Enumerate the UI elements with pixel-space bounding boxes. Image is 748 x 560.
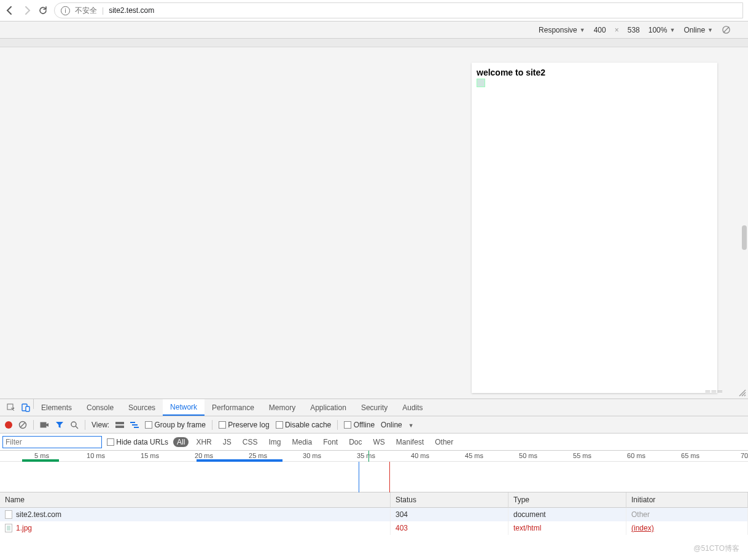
- filter-input[interactable]: [2, 436, 102, 448]
- clear-icon[interactable]: [18, 421, 27, 429]
- filter-type-media[interactable]: Media: [288, 437, 316, 447]
- tab-network[interactable]: Network: [163, 399, 205, 416]
- drawer-drag-handle[interactable]: ═══: [706, 387, 723, 395]
- broken-image-icon: [477, 79, 485, 87]
- filter-type-js[interactable]: JS: [219, 437, 235, 447]
- request-type[interactable]: text/html: [508, 521, 626, 535]
- request-name[interactable]: 1.jpg: [0, 521, 391, 535]
- inspect-icon[interactable]: [4, 399, 18, 416]
- filter-type-ws[interactable]: WS: [370, 437, 389, 447]
- svg-line-6: [21, 422, 25, 427]
- tab-audits[interactable]: Audits: [395, 399, 430, 416]
- viewport: welcome to site2 ═══: [0, 47, 748, 399]
- timeline-tick: 40 ms: [411, 452, 429, 459]
- file-icon: [5, 510, 12, 519]
- svg-rect-14: [134, 427, 139, 428]
- view-large-icon[interactable]: [115, 421, 124, 429]
- timeline-tick: 20 ms: [195, 452, 213, 459]
- filter-type-all[interactable]: All: [173, 437, 189, 447]
- request-initiator[interactable]: Other: [626, 508, 748, 521]
- request-type[interactable]: document: [508, 508, 626, 521]
- throttle-select[interactable]: Online▼: [684, 26, 713, 34]
- watermark: @51CTO博客: [693, 543, 739, 554]
- device-width[interactable]: 400: [594, 26, 606, 34]
- device-mode-select[interactable]: Responsive▼: [539, 26, 585, 34]
- filter-type-css[interactable]: CSS: [239, 437, 262, 447]
- svg-rect-13: [132, 424, 138, 426]
- timeline-tick: 50 ms: [519, 452, 537, 459]
- request-name[interactable]: site2.test.com: [0, 508, 391, 521]
- scrollbar-thumb[interactable]: [742, 225, 747, 250]
- tab-application[interactable]: Application: [303, 399, 354, 416]
- resize-grip-icon[interactable]: [738, 389, 747, 397]
- timeline-tick: 15 ms: [141, 452, 159, 459]
- address-bar[interactable]: i 不安全 | site2.test.com: [54, 2, 743, 18]
- svg-point-8: [71, 422, 76, 427]
- emulated-page[interactable]: welcome to site2: [472, 63, 717, 393]
- tab-console[interactable]: Console: [79, 399, 121, 416]
- timeline-tick: 35 ms: [357, 452, 375, 459]
- filter-type-other[interactable]: Other: [431, 437, 457, 447]
- offline-checkbox[interactable]: Offline: [344, 421, 375, 429]
- tab-sources[interactable]: Sources: [121, 399, 163, 416]
- forward-icon: [22, 6, 32, 15]
- filter-icon[interactable]: [55, 421, 64, 429]
- timeline-tick: 55 ms: [573, 452, 591, 459]
- svg-rect-4: [26, 406, 29, 411]
- timeline-tick: 70: [741, 452, 748, 459]
- disable-cache-checkbox[interactable]: Disable cache: [276, 421, 332, 429]
- view-label: View:: [92, 421, 109, 429]
- device-mode-icon[interactable]: [18, 399, 33, 416]
- network-toolbar: View: Group by frame Preserve log Disabl…: [0, 416, 748, 434]
- filter-bar: Hide data URLs AllXHRJSCSSImgMediaFontDo…: [0, 434, 748, 451]
- zoom-select[interactable]: 100%▼: [649, 26, 676, 34]
- camera-icon[interactable]: [40, 421, 49, 429]
- devtools-tabs: ElementsConsoleSourcesNetworkPerformance…: [0, 399, 748, 416]
- back-icon[interactable]: [5, 6, 15, 15]
- filter-type-img[interactable]: Img: [265, 437, 284, 447]
- tab-security[interactable]: Security: [354, 399, 395, 416]
- column-header[interactable]: Type: [508, 492, 626, 508]
- filter-type-xhr[interactable]: XHR: [192, 437, 215, 447]
- file-icon: [5, 524, 12, 532]
- timeline-tick: 30 ms: [303, 452, 321, 459]
- timeline-tick: 5 ms: [34, 452, 49, 459]
- svg-line-1: [723, 27, 729, 33]
- timeline-tick: 25 ms: [249, 452, 267, 459]
- column-header[interactable]: Name: [0, 492, 391, 508]
- ruler: [0, 39, 748, 47]
- info-icon[interactable]: i: [61, 6, 70, 15]
- filter-type-doc[interactable]: Doc: [345, 437, 365, 447]
- svg-rect-7: [41, 422, 46, 427]
- tab-elements[interactable]: Elements: [34, 399, 79, 416]
- request-status[interactable]: 304: [391, 508, 508, 521]
- request-status[interactable]: 403: [391, 521, 508, 535]
- column-header[interactable]: Status: [391, 492, 508, 508]
- preserve-log-checkbox[interactable]: Preserve log: [219, 421, 270, 429]
- throttling-select[interactable]: Online ▼: [381, 421, 414, 429]
- view-waterfall-icon[interactable]: [130, 421, 139, 429]
- filter-type-font[interactable]: Font: [319, 437, 341, 447]
- request-initiator[interactable]: (index): [626, 521, 748, 535]
- svg-rect-12: [130, 422, 135, 423]
- tab-performance[interactable]: Performance: [205, 399, 262, 416]
- device-toolbar: Responsive▼ 400 × 538 100%▼ Online▼: [0, 21, 748, 39]
- group-by-frame-checkbox[interactable]: Group by frame: [145, 421, 206, 429]
- reload-icon[interactable]: [38, 6, 48, 15]
- hide-data-urls-checkbox[interactable]: Hide data URLs: [107, 438, 168, 446]
- svg-rect-10: [115, 422, 124, 424]
- filter-type-manifest[interactable]: Manifest: [392, 437, 427, 447]
- url-text: site2.test.com: [109, 6, 154, 15]
- timeline[interactable]: 5 ms10 ms15 ms20 ms25 ms30 ms35 ms40 ms4…: [0, 451, 748, 492]
- timeline-tick: 60 ms: [627, 452, 645, 459]
- insecure-label: 不安全: [75, 6, 97, 16]
- browser-toolbar: i 不安全 | site2.test.com: [0, 0, 748, 21]
- tab-memory[interactable]: Memory: [262, 399, 303, 416]
- device-height[interactable]: 538: [628, 26, 640, 34]
- network-table: NameStatusTypeInitiatorsite2.test.com304…: [0, 492, 748, 535]
- record-button[interactable]: [5, 421, 12, 429]
- rotate-icon[interactable]: [722, 25, 731, 34]
- column-header[interactable]: Initiator: [626, 492, 748, 508]
- timeline-tick: 65 ms: [681, 452, 699, 459]
- search-icon[interactable]: [70, 421, 79, 429]
